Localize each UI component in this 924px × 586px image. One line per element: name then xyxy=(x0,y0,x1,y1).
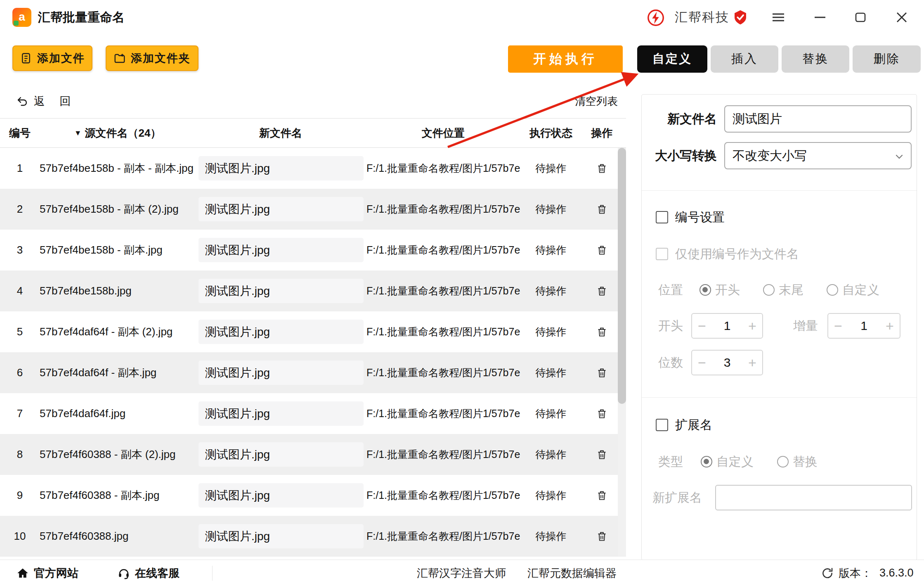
col-header-index[interactable]: 编号 xyxy=(0,119,40,147)
increment-plus-button[interactable]: + xyxy=(880,314,900,338)
update-refresh-icon[interactable] xyxy=(821,567,834,579)
start-execute-button[interactable]: 开始执行 xyxy=(508,45,623,73)
add-folder-button[interactable]: 添加文件夹 xyxy=(106,45,199,71)
clear-list-button[interactable]: 清空列表 xyxy=(565,93,618,110)
back-button[interactable]: 返 回 xyxy=(17,93,77,110)
tab-replace-label: 替换 xyxy=(802,51,829,67)
delete-row-icon[interactable] xyxy=(596,163,607,174)
menu-icon[interactable] xyxy=(768,7,788,27)
table-row[interactable]: 657b7ef4daf64f - 副本.jpg测试图片.jpgF:/1.批量重命… xyxy=(0,352,618,393)
delete-row-icon[interactable] xyxy=(596,244,607,256)
file-location: F:/1.批量重命名教程/图片1/57b7ef xyxy=(366,516,520,557)
table-row[interactable]: 957b7ef4f60388 - 副本.jpg测试图片.jpgF:/1.批量重命… xyxy=(0,475,618,516)
tab-insert[interactable]: 插入 xyxy=(711,45,778,73)
new-name-input[interactable] xyxy=(724,105,912,133)
numbering-title[interactable]: 编号设置 xyxy=(675,209,725,225)
col-header-location[interactable]: 文件位置 xyxy=(366,119,520,147)
ext-type-option-custom[interactable]: 自定义 xyxy=(716,453,754,470)
delete-row-icon[interactable] xyxy=(596,285,607,297)
table-row[interactable]: 1057b7ef4f60388.jpg测试图片.jpgF:/1.批量重命名教程/… xyxy=(0,516,618,557)
ext-type-radio-replace[interactable] xyxy=(777,456,789,467)
exec-status: 待操作 xyxy=(520,516,582,557)
increment-value[interactable]: 1 xyxy=(848,319,880,333)
footer-link-pinyin[interactable]: 汇帮汉字注音大师 xyxy=(417,560,506,586)
maximize-button[interactable] xyxy=(851,7,870,27)
position-radio-custom[interactable] xyxy=(827,284,838,296)
new-filename-field[interactable]: 测试图片.jpg xyxy=(199,197,364,221)
start-minus-button[interactable]: − xyxy=(692,314,712,338)
start-number-value[interactable]: 1 xyxy=(712,319,742,333)
col-header-newname[interactable]: 新文件名 xyxy=(194,119,367,147)
new-filename-field[interactable]: 测试图片.jpg xyxy=(199,361,364,385)
source-filename: 57b7ef4be158b - 副本 (2).jpg xyxy=(40,189,196,230)
only-number-label[interactable]: 仅使用编号作为文件名 xyxy=(675,246,799,262)
filter-icon[interactable]: ▼ xyxy=(74,119,82,147)
position-option-start[interactable]: 开头 xyxy=(715,282,740,298)
delete-row-icon[interactable] xyxy=(596,408,607,419)
delete-row-icon[interactable] xyxy=(596,204,607,215)
delete-row-icon[interactable] xyxy=(596,326,607,337)
start-plus-button[interactable]: + xyxy=(742,314,762,338)
col-header-status[interactable]: 执行状态 xyxy=(520,119,582,147)
new-ext-input[interactable] xyxy=(715,485,912,510)
close-button[interactable] xyxy=(892,7,912,27)
position-option-end[interactable]: 末尾 xyxy=(779,282,803,298)
footer-link-metadata[interactable]: 汇帮元数据编辑器 xyxy=(527,560,617,586)
version-info: 版本： 3.6.3.0 xyxy=(821,560,914,586)
delete-row-icon[interactable] xyxy=(596,531,607,542)
new-filename-field[interactable]: 测试图片.jpg xyxy=(199,442,364,467)
minimize-button[interactable] xyxy=(810,7,830,27)
col-header-action[interactable]: 操作 xyxy=(584,119,620,147)
source-filename: 57b7ef4f60388.jpg xyxy=(40,516,196,557)
table-row[interactable]: 157b7ef4be158b - 副本 - 副本.jpg测试图片.jpgF:/1… xyxy=(0,148,618,189)
delete-row-icon[interactable] xyxy=(596,367,607,378)
tab-custom[interactable]: 自定义 xyxy=(637,45,707,73)
table-row[interactable]: 257b7ef4be158b - 副本 (2).jpg测试图片.jpgF:/1.… xyxy=(0,189,618,230)
footer-divider xyxy=(212,566,213,581)
ext-type-radio-custom[interactable] xyxy=(701,456,712,467)
ext-type-option-replace[interactable]: 替换 xyxy=(793,453,818,470)
extension-title[interactable]: 扩展名 xyxy=(675,417,712,433)
new-filename-field[interactable]: 测试图片.jpg xyxy=(199,156,364,180)
new-filename-field[interactable]: 测试图片.jpg xyxy=(199,483,364,508)
new-filename-field[interactable]: 测试图片.jpg xyxy=(199,320,364,344)
extension-checkbox[interactable] xyxy=(656,419,668,431)
table-row[interactable]: 757b7ef4daf64f.jpg测试图片.jpgF:/1.批量重命名教程/图… xyxy=(0,393,618,434)
delete-row-icon[interactable] xyxy=(596,490,607,501)
col-header-source-label: 源文件名（24） xyxy=(85,119,161,147)
tab-delete[interactable]: 删除 xyxy=(853,45,921,73)
increment-minus-button[interactable]: − xyxy=(828,314,848,338)
position-option-custom[interactable]: 自定义 xyxy=(842,282,879,298)
delete-row-icon[interactable] xyxy=(596,449,607,460)
file-location: F:/1.批量重命名教程/图片1/57b7ef xyxy=(366,475,520,516)
digits-value[interactable]: 3 xyxy=(712,356,742,370)
numbering-checkbox[interactable] xyxy=(656,211,668,223)
table-row[interactable]: 557b7ef4daf64f - 副本 (2).jpg测试图片.jpgF:/1.… xyxy=(0,311,618,352)
digits-minus-button[interactable]: − xyxy=(692,351,712,375)
add-file-button[interactable]: 添加文件 xyxy=(12,45,92,71)
case-convert-select[interactable]: 不改变大小写 xyxy=(724,142,912,169)
table-row[interactable]: 457b7ef4be158b.jpg测试图片.jpgF:/1.批量重命名教程/图… xyxy=(0,270,618,311)
official-site-link[interactable]: 官方网站 xyxy=(17,560,78,586)
new-filename-field[interactable]: 测试图片.jpg xyxy=(199,279,364,303)
exec-status: 待操作 xyxy=(520,434,582,475)
position-radio-start[interactable] xyxy=(699,284,711,296)
source-filename: 57b7ef4f60388 - 副本.jpg xyxy=(40,475,196,516)
only-number-checkbox[interactable] xyxy=(656,248,668,260)
col-header-source[interactable]: ▼ 源文件名（24） xyxy=(40,119,196,147)
case-convert-label: 大小写转换 xyxy=(642,142,717,169)
new-filename-field[interactable]: 测试图片.jpg xyxy=(199,401,364,426)
table-scrollbar-thumb[interactable] xyxy=(618,148,626,404)
online-support-link[interactable]: 在线客服 xyxy=(118,560,180,586)
new-filename-field[interactable]: 测试图片.jpg xyxy=(199,524,364,548)
file-location: F:/1.批量重命名教程/图片1/57b7ef xyxy=(366,352,520,393)
tab-replace[interactable]: 替换 xyxy=(782,45,849,73)
table-row[interactable]: 857b7ef4f60388 - 副本 (2).jpg测试图片.jpgF:/1.… xyxy=(0,434,618,475)
position-radio-end[interactable] xyxy=(763,284,775,296)
source-filename: 57b7ef4daf64f - 副本 (2).jpg xyxy=(40,311,196,352)
row-index: 9 xyxy=(0,475,40,516)
new-filename-field[interactable]: 测试图片.jpg xyxy=(199,238,364,262)
digits-stepper: − 3 + xyxy=(691,350,763,375)
table-row[interactable]: 357b7ef4be158b - 副本.jpg测试图片.jpgF:/1.批量重命… xyxy=(0,230,618,270)
digits-plus-button[interactable]: + xyxy=(742,351,762,375)
